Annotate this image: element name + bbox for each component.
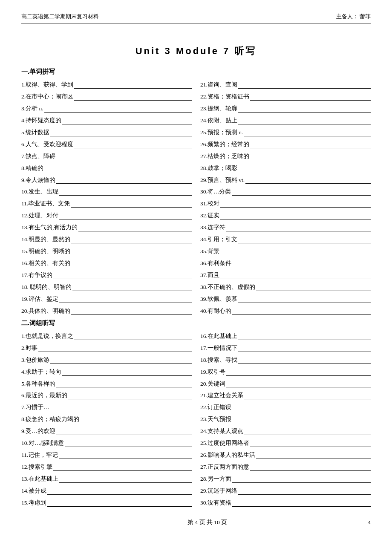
list-item: 17.一般情况下 — [200, 343, 371, 353]
list-item: 20.具体的、明确的 — [21, 306, 192, 316]
list-item: 23.提纲、轮廓 — [200, 104, 371, 114]
list-item: 27.枯燥的；乏味的 — [200, 152, 371, 162]
page-title: Unit 3 Module 7 听写 — [21, 45, 371, 58]
list-item: 9.令人烦恼的 — [21, 176, 192, 185]
list-item: 2.在市中心；闹市区 — [21, 92, 192, 102]
list-item: 10.对…感到满意 — [21, 439, 192, 448]
list-item: 40.有耐心的 — [200, 306, 371, 316]
list-item: 21.咨询、查阅 — [200, 80, 371, 90]
list-item: 12.处理、对付 — [21, 211, 192, 221]
list-item: 14.被分成 — [21, 486, 192, 496]
list-item: 11.记住，牢记 — [21, 450, 192, 460]
list-item: 6.人气、受欢迎程度 — [21, 140, 192, 150]
list-item: 1.也就是说，换言之 — [21, 332, 192, 341]
list-item: 26.影响某人的私生活 — [200, 450, 371, 460]
list-item: 27.正反两方面的意 — [200, 462, 371, 472]
list-item: 32.证实 — [200, 211, 371, 221]
list-item: 14.明显的、显然的 — [21, 235, 192, 245]
list-item: 15.考虑到 — [21, 498, 192, 508]
header-left-text: 高二英语第二学期期末复习材料 — [21, 13, 99, 20]
list-item: 31.校对 — [200, 199, 371, 209]
list-item: 16.在此基础上 — [200, 332, 371, 341]
list-item: 22.订正错误 — [200, 403, 371, 413]
list-item: 3.包价旅游 — [21, 355, 192, 365]
list-item: 4.求助于；转向 — [21, 367, 192, 377]
list-item: 30.将…分类 — [200, 187, 371, 197]
section1-title: 一.单词拼写 — [21, 68, 371, 76]
list-item: 12.搜索引擎 — [21, 462, 192, 472]
list-item: 29.预言、预料 vt. — [200, 176, 371, 185]
list-item: 1.取得、获得、学到 — [21, 80, 192, 90]
list-item: 35.背景 — [200, 247, 371, 257]
list-item: 13.在此基础上 — [21, 474, 192, 484]
list-item: 18. 聪明的、明智的 — [21, 283, 192, 292]
list-item: 7.缺点、障碍 — [21, 152, 192, 162]
list-item: 38.不正确的、虚假的 — [200, 283, 371, 292]
list-item: 19.双引号 — [200, 367, 371, 377]
list-item: 20.关键词 — [200, 379, 371, 389]
list-item: 10.发生、出现 — [21, 187, 192, 197]
list-item: 28.另一方面 — [200, 474, 371, 484]
section2-title: 二.词组听写 — [21, 319, 371, 327]
list-item: 4.持怀疑态度的 — [21, 116, 192, 126]
list-item: 23.天气预报 — [200, 415, 371, 424]
list-item: 6.最近的，最新的 — [21, 391, 192, 401]
list-item: 24.支持某人观点 — [200, 427, 371, 436]
list-item: 25.过度使用网络者 — [200, 439, 371, 448]
list-item: 25.预报；预测 n. — [200, 128, 371, 138]
list-item: 22.资格；资格证书 — [200, 92, 371, 102]
list-item: 39.软佩、羡慕 — [200, 294, 371, 304]
list-item: 19.评估、鉴定 — [21, 294, 192, 304]
list-item: 8.疲惫的；精疲力竭的 — [21, 415, 192, 424]
list-item: 24.依附、贴上 — [200, 116, 371, 126]
footer-page-info: 第 4 页 共 10 页 — [47, 519, 368, 526]
list-item: 2.时事 — [21, 343, 192, 353]
list-item: 11.毕业证书、文凭 — [21, 199, 192, 209]
header-right-text: 主备人： 蕾菲 — [336, 13, 371, 20]
footer-page-number: 4 — [368, 519, 371, 526]
list-item: 26.频繁的；经常的 — [200, 140, 371, 150]
list-item: 5.统计数据 — [21, 128, 192, 138]
list-item: 21.建立社会关系 — [200, 391, 371, 401]
list-item: 9.受…的欢迎 — [21, 427, 192, 436]
list-item: 33.连字符 — [200, 223, 371, 233]
list-item: 36.有利条件 — [200, 259, 371, 268]
list-item: 30.没有资格 — [200, 498, 371, 508]
list-item: 8.精确的 — [21, 164, 192, 173]
list-item: 5.各种各样的 — [21, 379, 192, 389]
list-item: 37.而且 — [200, 271, 371, 280]
list-item: 17.有争议的 — [21, 271, 192, 280]
list-item: 15.明确的、明晰的 — [21, 247, 192, 257]
list-item: 29.沉迷于网络 — [200, 486, 371, 496]
list-item: 3.分析 n. — [21, 104, 192, 114]
list-item: 34.引用；引文 — [200, 235, 371, 245]
list-item: 13.有生气的,有活力的 — [21, 223, 192, 233]
list-item: 7.习惯于… — [21, 403, 192, 413]
list-item: 28.鼓掌；喝彩 — [200, 164, 371, 173]
list-item: 16.相关的、有关的 — [21, 259, 192, 268]
list-item: 18.搜索、寻找 — [200, 355, 371, 365]
